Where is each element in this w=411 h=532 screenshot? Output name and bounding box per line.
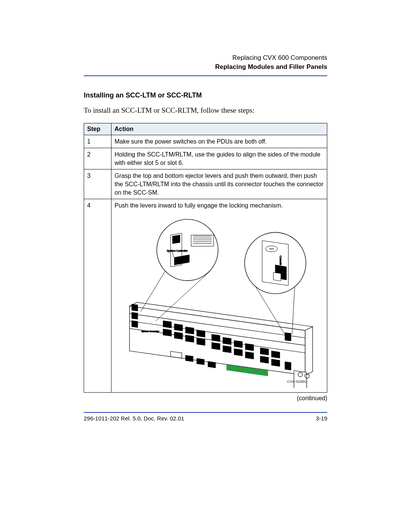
svg-rect-21 [186,335,194,342]
page-number: 3-19 [316,415,327,422]
svg-rect-17 [260,348,269,355]
svg-rect-12 [197,330,205,337]
svg-rect-18 [272,351,280,358]
step-num: 4 [84,199,112,393]
header-rule [84,75,327,76]
svg-rect-10 [174,324,183,331]
svg-text:System Controller: System Controller [167,249,188,252]
svg-rect-24 [223,345,231,353]
svg-point-59 [270,248,271,249]
step-action: Grasp the top and bottom ejector levers … [112,169,327,199]
svg-marker-37 [285,332,291,341]
svg-rect-20 [174,332,183,339]
section-heading: Installing an SCC-LTM or SCC-RLTM [84,91,327,99]
svg-marker-8 [132,321,138,328]
svg-rect-28 [272,359,280,366]
svg-rect-26 [245,351,254,359]
table-row: 1 Make sure the power switches on the PD… [84,135,327,148]
intro-text: To install an SCC-LTM or SCC-RLTM, follo… [84,106,327,115]
section-title-header: Replacing Modules and Filler Panels [84,62,327,72]
svg-rect-16 [245,343,254,351]
svg-rect-32 [197,358,204,365]
svg-rect-27 [260,356,269,363]
table-row: 3 Grasp the top and bottom ejector lever… [84,169,327,199]
svg-text:Console: Console [279,256,282,265]
svg-rect-25 [234,348,242,356]
table-row: 4 Push the levers inward to fully engage… [84,199,327,393]
svg-rect-13 [212,334,220,342]
svg-point-60 [271,248,272,249]
step-num: 1 [84,135,112,148]
step-num: 3 [84,169,112,199]
step-action: Holding the SCC-LTM/RLTM, use the guides… [112,148,327,169]
svg-marker-38 [285,362,291,370]
svg-rect-22 [197,338,205,345]
chapter-title: Replacing CVX 600 Components [84,53,327,62]
svg-rect-48 [191,235,213,246]
svg-rect-14 [223,337,231,345]
svg-text:System Controller: System Controller [142,330,159,332]
svg-rect-11 [186,327,194,334]
svg-rect-33 [208,361,216,368]
step-num: 2 [84,148,112,169]
chassis-illustration: System Controller [115,213,324,388]
doc-id: 296-1011-202 Rel. 5.0, Doc. Rev. 02.01 [84,415,184,422]
svg-marker-6 [132,304,138,311]
svg-rect-15 [234,340,242,348]
col-step: Step [84,123,112,135]
svg-marker-64 [273,272,281,281]
svg-marker-7 [132,312,138,319]
figure-code: CVX-0156C [287,379,307,383]
footer-rule [84,412,327,413]
svg-rect-19 [163,329,172,336]
steps-table: Step Action 1 Make sure the power switch… [84,123,327,393]
step-action: Push the levers inward to fully engage t… [115,201,324,210]
col-action: Action [112,123,327,135]
svg-rect-31 [186,355,193,362]
svg-point-61 [272,248,273,249]
svg-marker-2 [305,327,313,375]
svg-rect-23 [212,342,220,350]
page-header: Replacing CVX 600 Components Replacing M… [84,53,327,72]
svg-marker-44 [172,235,180,244]
page-footer: 296-1011-202 Rel. 5.0, Doc. Rev. 02.01 3… [84,415,327,422]
table-row: 2 Holding the SCC-LTM/RLTM, use the guid… [84,148,327,169]
step-action: Make sure the power switches on the PDUs… [112,135,327,148]
svg-rect-9 [163,321,172,328]
